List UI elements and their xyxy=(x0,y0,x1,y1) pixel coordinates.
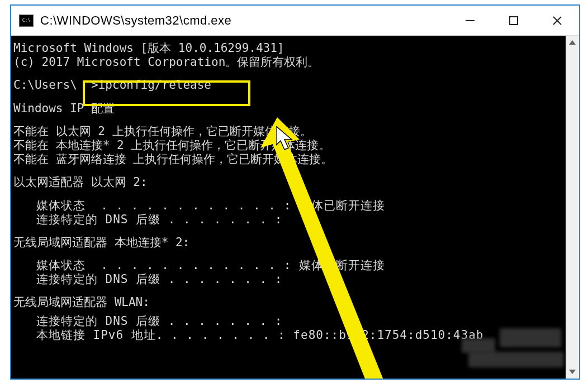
scroll-track[interactable] xyxy=(566,49,579,365)
terminal-line: 连接特定的 DNS 后缀 . . . . . . . : xyxy=(11,272,579,286)
svg-marker-5 xyxy=(569,370,576,374)
maximize-button[interactable] xyxy=(492,6,535,35)
window-title: C:\WINDOWS\system32\cmd.exe xyxy=(40,13,448,28)
svg-marker-4 xyxy=(569,40,576,45)
terminal-area[interactable]: Microsoft Windows [版本 10.0.16299.431] (c… xyxy=(11,36,579,379)
terminal-line: 不能在 蓝牙网络连接 上执行任何操作，它已断开媒体连接。 xyxy=(11,152,579,166)
terminal-line: (c) 2017 Microsoft Corporation。保留所有权利。 xyxy=(11,55,579,69)
terminal-line: Windows IP 配置 xyxy=(11,102,579,116)
terminal-line: 连接特定的 DNS 后缀 . . . . . . . : xyxy=(11,314,579,328)
minimize-button[interactable] xyxy=(448,6,492,35)
terminal-line: 媒体状态 . . . . . . . . . . . . : 媒体已断开连接 xyxy=(11,258,579,272)
blurred-region xyxy=(500,328,561,347)
blurred-region xyxy=(462,338,495,353)
cmd-icon: C:\ xyxy=(19,15,34,27)
titlebar: C:\ C:\WINDOWS\system32\cmd.exe xyxy=(11,6,579,36)
close-button[interactable] xyxy=(535,6,579,35)
terminal-line: 媒体状态 . . . . . . . . . . . . : 媒体已断开连接 xyxy=(11,199,579,213)
terminal-line: 不能在 以太网 2 上执行任何操作，它已断开媒体连接。 xyxy=(11,125,579,138)
terminal-section-header: 无线局域网适配器 WLAN: xyxy=(11,295,579,309)
blurred-region xyxy=(468,352,563,367)
vertical-scrollbar[interactable] xyxy=(566,36,579,379)
terminal-section-header: 无线局域网适配器 本地连接* 2: xyxy=(11,236,579,250)
terminal-prompt: C:\Users\ >ipconfig/release xyxy=(11,78,579,92)
terminal-section-header: 以太网适配器 以太网 2: xyxy=(11,175,579,189)
cmd-window: C:\ C:\WINDOWS\system32\cmd.exe Microsof… xyxy=(10,4,580,380)
terminal-line: 连接特定的 DNS 后缀 . . . . . . . : xyxy=(11,213,579,227)
scroll-down-button[interactable] xyxy=(566,365,579,379)
terminal-line: 不能在 本地连接* 2 上执行任何操作，它已断开媒体连接。 xyxy=(11,138,579,152)
window-controls xyxy=(448,6,579,35)
terminal-line: Microsoft Windows [版本 10.0.16299.431] xyxy=(11,41,579,55)
svg-rect-1 xyxy=(510,17,518,25)
scroll-up-button[interactable] xyxy=(566,36,579,49)
